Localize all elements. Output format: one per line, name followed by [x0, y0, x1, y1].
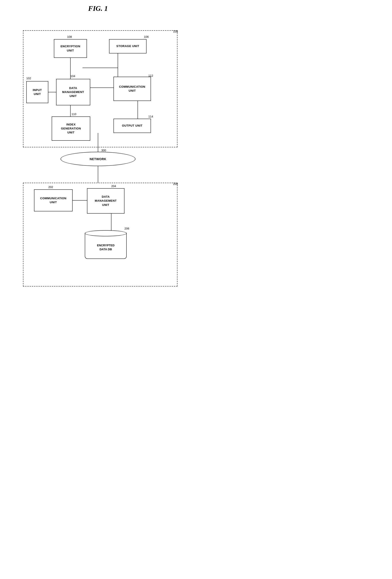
data-management-unit-204-label: DATAMANAGEMENTUNIT [95, 195, 117, 207]
storage-unit-box: STORAGE UNIT [109, 39, 147, 54]
ref-204: 204 [111, 184, 116, 188]
page: FIG. 1 [5, 4, 191, 293]
ref-106: 106 [144, 35, 149, 38]
communication-unit-112-label: COMMUNICATIONUNIT [119, 85, 145, 93]
ref-202: 202 [48, 185, 53, 189]
storage-unit-label: STORAGE UNIT [116, 44, 139, 48]
input-unit-label: INPUTUNIT [33, 88, 42, 96]
output-unit-label: OUTPUT UNIT [122, 124, 143, 128]
input-unit-box: INPUTUNIT [26, 81, 48, 103]
ref-108: 108 [67, 35, 72, 38]
data-management-unit-box: DATAMANAGEMENTUNIT [56, 79, 90, 105]
ref-104: 104 [70, 74, 75, 78]
data-management-unit-label: DATAMANAGEMENTUNIT [62, 86, 84, 98]
ref-102: 102 [26, 77, 31, 80]
index-generation-unit-box: INDEXGENERATIONUNIT [52, 116, 90, 141]
ref-200: 200 [173, 182, 178, 186]
figure-title: FIG. 1 [5, 4, 191, 13]
encryption-unit-box: ENCRYPTIONUNIT [54, 39, 87, 58]
network-ellipse: NETWORK [60, 152, 136, 166]
encrypted-data-db-label: ENCRYPTEDDATA DB [97, 243, 114, 251]
ref-300: 300 [101, 149, 106, 152]
ref-114: 114 [148, 115, 153, 118]
communication-unit-202-label: COMMUNICATIONUNIT [40, 196, 66, 204]
network-label: NETWORK [90, 157, 106, 161]
ref-206: 206 [124, 227, 129, 230]
ref-100: 100 [173, 30, 178, 33]
communication-unit-202-box: COMMUNICATIONUNIT [34, 189, 73, 212]
communication-unit-112-box: COMMUNICATIONUNIT [113, 77, 151, 101]
encrypted-data-db-container: ENCRYPTEDDATA DB [85, 230, 127, 259]
output-unit-box: OUTPUT UNIT [113, 119, 151, 133]
encryption-unit-label: ENCRYPTIONUNIT [60, 44, 80, 52]
ref-110: 110 [71, 112, 76, 116]
index-generation-unit-label: INDEXGENERATIONUNIT [61, 123, 81, 135]
ref-112: 112 [148, 74, 153, 77]
data-management-unit-204-box: DATAMANAGEMENTUNIT [87, 188, 124, 214]
